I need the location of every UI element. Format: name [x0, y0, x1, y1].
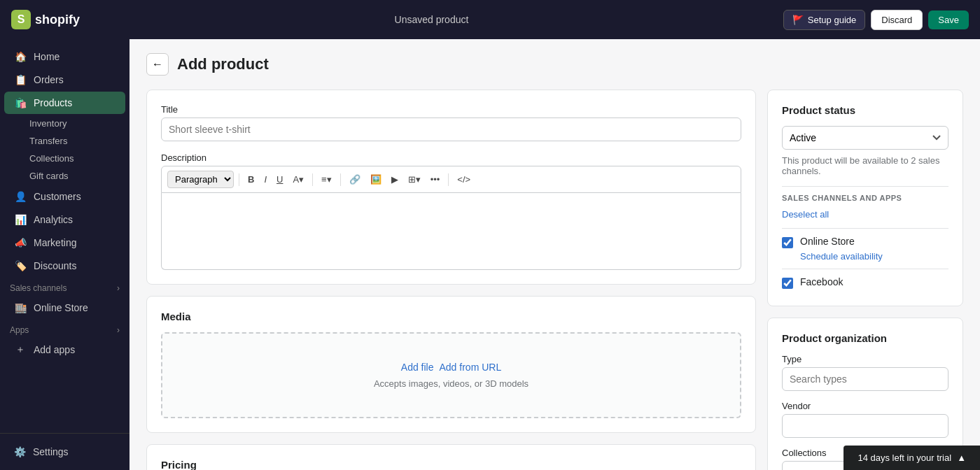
- title-input[interactable]: [161, 118, 741, 141]
- page-title: Add product: [177, 55, 269, 73]
- plus-icon: ＋: [14, 343, 27, 356]
- apps-section: Apps ›: [0, 320, 130, 338]
- sidebar-item-discounts[interactable]: 🏷️ Discounts: [4, 255, 125, 277]
- sidebar-item-home[interactable]: 🏠 Home: [4, 45, 125, 68]
- shopify-logo: S shopify: [11, 10, 80, 29]
- back-arrow-icon: ←: [152, 58, 163, 71]
- title-label: Title: [161, 104, 741, 115]
- vendor-input[interactable]: [782, 414, 948, 438]
- online-store-checkbox[interactable]: [782, 237, 793, 248]
- facebook-checkbox[interactable]: [782, 278, 793, 289]
- topbar-right: 🚩 Setup guide Discard Save: [783, 10, 969, 30]
- sales-channels-section: Sales channels ›: [0, 278, 130, 296]
- channel-divider-2: [782, 269, 948, 269]
- sidebar-item-customers[interactable]: 👤 Customers: [4, 185, 125, 208]
- toolbar-separator-2: [312, 173, 313, 186]
- source-button[interactable]: </>: [454, 172, 474, 187]
- trial-bar[interactable]: 14 days left in your trial ▲: [844, 446, 980, 470]
- vendor-section: Vendor: [782, 401, 948, 438]
- save-button[interactable]: Save: [928, 10, 969, 29]
- store-icon: 🏬: [14, 301, 27, 314]
- add-file-link[interactable]: Add file: [401, 362, 434, 373]
- discard-button[interactable]: Discard: [871, 10, 923, 30]
- type-input[interactable]: [782, 367, 948, 391]
- discounts-icon: 🏷️: [14, 259, 27, 272]
- editor-toolbar: Paragraph B I U A▾ ≡▾ 🔗 🖼️ ▶ ⊞▾: [161, 166, 741, 193]
- online-store-label: Online Store: [800, 236, 855, 247]
- shopify-logo-icon: S: [11, 10, 31, 29]
- chevron-right-icon: ›: [117, 283, 120, 293]
- toolbar-separator-3: [340, 173, 341, 186]
- main-content: ← Add product Title Description Paragrap…: [130, 39, 980, 470]
- toolbar-separator-1: [239, 173, 239, 186]
- paragraph-select[interactable]: Paragraph: [167, 171, 234, 188]
- marketing-icon: 📣: [14, 236, 27, 249]
- type-section: Type: [782, 354, 948, 391]
- customers-icon: 👤: [14, 190, 27, 203]
- channels-divider: [782, 186, 948, 187]
- setup-guide-button[interactable]: 🚩 Setup guide: [783, 10, 865, 30]
- text-color-button[interactable]: A▾: [289, 172, 307, 187]
- chevron-right-icon-apps: ›: [117, 325, 120, 335]
- more-button[interactable]: •••: [427, 172, 444, 187]
- page-header: ← Add product: [146, 53, 963, 76]
- topbar-left: S shopify: [11, 10, 80, 29]
- sidebar-item-add-apps[interactable]: ＋ Add apps: [4, 339, 125, 361]
- product-status-card: Product status Active Draft This product…: [767, 90, 963, 306]
- products-icon: 🛍️: [14, 97, 27, 109]
- sidebar-nav: 🏠 Home 📋 Orders 🛍️ Products Inventory Tr…: [0, 39, 130, 433]
- media-links: Add file Add from URL: [176, 362, 726, 373]
- vendor-label: Vendor: [782, 401, 948, 411]
- italic-button[interactable]: I: [260, 172, 270, 187]
- media-card: Media Add file Add from URL Accepts imag…: [146, 296, 756, 433]
- channel-facebook: Facebook: [782, 276, 948, 289]
- title-description-card: Title Description Paragraph B I U A▾ ≡▾: [146, 90, 756, 285]
- sidebar-item-collections[interactable]: Collections: [0, 150, 130, 167]
- main-column: Title Description Paragraph B I U A▾ ≡▾: [146, 90, 756, 470]
- table-button[interactable]: ⊞▾: [405, 172, 424, 187]
- channel-divider-1: [782, 228, 948, 229]
- type-label: Type: [782, 354, 948, 364]
- sidebar-item-inventory[interactable]: Inventory: [0, 115, 130, 132]
- sidebar-item-marketing[interactable]: 📣 Marketing: [4, 232, 125, 254]
- side-column: Product status Active Draft This product…: [767, 90, 963, 470]
- status-select[interactable]: Active Draft: [782, 126, 948, 150]
- media-title: Media: [161, 311, 741, 322]
- link-button[interactable]: 🔗: [346, 172, 364, 187]
- add-url-link[interactable]: Add from URL: [440, 362, 502, 373]
- pricing-title: Pricing: [161, 459, 741, 470]
- sidebar-item-products[interactable]: 🛍️ Products: [4, 92, 125, 114]
- sidebar-item-online-store[interactable]: 🏬 Online Store: [4, 297, 125, 319]
- sidebar-item-orders[interactable]: 📋 Orders: [4, 69, 125, 91]
- schedule-availability-link[interactable]: Schedule availability: [800, 251, 948, 262]
- align-button[interactable]: ≡▾: [318, 172, 335, 187]
- sidebar-item-analytics[interactable]: 📊 Analytics: [4, 208, 125, 231]
- content-area: Title Description Paragraph B I U A▾ ≡▾: [146, 90, 963, 470]
- sidebar-item-gift-cards[interactable]: Gift cards: [0, 167, 130, 185]
- home-icon: 🏠: [14, 50, 27, 63]
- status-description: This product will be available to 2 sale…: [782, 155, 948, 176]
- sidebar-bottom: ⚙️ Settings: [0, 433, 130, 470]
- app-body: 🏠 Home 📋 Orders 🛍️ Products Inventory Tr…: [0, 39, 980, 470]
- description-editor-body[interactable]: [161, 193, 741, 270]
- bold-button[interactable]: B: [244, 172, 258, 187]
- trial-text: 14 days left in your trial: [858, 453, 951, 463]
- channel-online-store: Online Store: [782, 236, 948, 248]
- media-dropzone[interactable]: Add file Add from URL Accepts images, vi…: [161, 332, 741, 418]
- shopify-logo-text: shopify: [35, 13, 80, 27]
- pricing-card: Pricing Price MYR Compare at price: [146, 444, 756, 470]
- orders-icon: 📋: [14, 73, 27, 86]
- facebook-label: Facebook: [800, 276, 843, 287]
- product-status-title: Product status: [782, 104, 948, 116]
- sidebar: 🏠 Home 📋 Orders 🛍️ Products Inventory Tr…: [0, 39, 130, 470]
- underline-button[interactable]: U: [273, 172, 286, 187]
- sidebar-item-transfers[interactable]: Transfers: [0, 132, 130, 150]
- sales-channels-label: SALES CHANNELS AND APPS: [782, 194, 948, 202]
- settings-icon: ⚙️: [14, 446, 26, 457]
- video-button[interactable]: ▶: [388, 172, 402, 187]
- settings-item[interactable]: ⚙️ Settings: [4, 439, 125, 464]
- deselect-all-link[interactable]: Deselect all: [782, 209, 948, 220]
- analytics-icon: 📊: [14, 213, 27, 226]
- image-button[interactable]: 🖼️: [367, 172, 385, 187]
- back-button[interactable]: ←: [146, 53, 169, 76]
